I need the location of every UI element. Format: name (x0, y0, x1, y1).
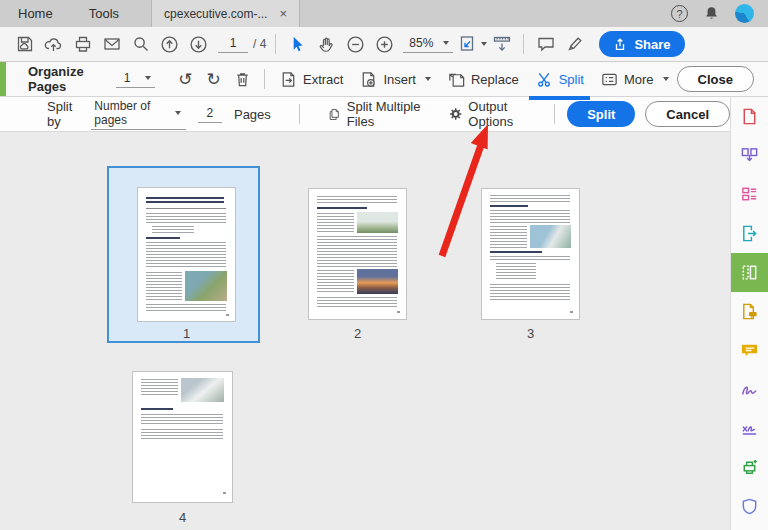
organize-pages-title: Organize Pages (28, 64, 84, 94)
page-number-label-3: 3 (482, 326, 579, 341)
page-up-icon (159, 34, 180, 55)
page-range-input[interactable]: 1 (116, 71, 156, 88)
chevron-down-icon (443, 41, 449, 45)
select-cursor-icon (288, 35, 307, 54)
comment-icon (740, 341, 759, 360)
tool-accent-bar (0, 62, 6, 96)
page-count-input[interactable]: 2 (198, 106, 222, 123)
chevron-down-icon (145, 76, 151, 80)
scissors-icon (535, 70, 554, 89)
main-toolbar: 1 / 4 85% (0, 27, 768, 62)
scroll-mode-icon (491, 34, 513, 54)
close-tab-icon[interactable]: × (279, 7, 287, 20)
sidebar-item-more-tools[interactable] (731, 526, 768, 530)
print-button[interactable] (68, 30, 97, 58)
insert-icon (359, 70, 378, 89)
organize-pages-bar: Organize Pages 1 ↺ ↻ Extract Insert Repl… (0, 62, 768, 97)
split-mode-select[interactable]: Number of pages (91, 99, 185, 130)
sidebar-item-fill-sign[interactable] (731, 370, 768, 409)
divider (299, 104, 300, 124)
multiple-files-icon (327, 105, 341, 124)
protect-icon (740, 497, 759, 516)
user-avatar[interactable] (735, 4, 754, 23)
trash-icon (233, 70, 252, 89)
save-button[interactable] (10, 30, 39, 58)
red-annotation-arrow (420, 116, 510, 266)
notifications-bell-icon[interactable] (703, 5, 720, 22)
replace-button[interactable]: Replace (439, 65, 527, 93)
comment-tool-button[interactable] (531, 30, 560, 58)
sidebar-item-create-pdf[interactable] (731, 97, 768, 136)
zoom-in-button[interactable] (370, 30, 399, 58)
split-tool-button[interactable]: Split (527, 65, 592, 93)
divider (523, 34, 524, 54)
extract-button[interactable]: Extract (271, 65, 351, 93)
thumbnail-grid: 1 2 3 (0, 132, 730, 530)
fit-width-button[interactable] (457, 30, 487, 58)
next-page-button[interactable] (184, 30, 213, 58)
upload-cloud-icon (43, 34, 64, 54)
cancel-button[interactable]: Cancel (645, 101, 730, 127)
highlighter-pen-icon (565, 34, 585, 54)
upload-cloud-button[interactable] (39, 30, 68, 58)
sidebar-item-edit-pdf[interactable] (731, 175, 768, 214)
page-thumbnail-1[interactable] (138, 188, 235, 321)
rotate-ccw-button[interactable]: ↺ (171, 69, 199, 90)
create-pdf-icon (740, 107, 759, 126)
sidebar-item-request-signatures[interactable] (731, 409, 768, 448)
more-button[interactable]: More (592, 65, 677, 93)
share-label: Share (634, 37, 670, 52)
sidebar-item-protect[interactable] (731, 487, 768, 526)
harbor-aerial-photo (530, 225, 571, 248)
page-thumbnail-2[interactable] (309, 189, 406, 319)
sidebar-item-print-production[interactable] (731, 448, 768, 487)
document-tab-title: cpexecutive.com-... (164, 7, 267, 21)
hand-tool-button[interactable] (312, 30, 341, 58)
site-aerial-photo (181, 378, 224, 402)
tab-home[interactable]: Home (0, 0, 71, 27)
page-total-label: / 4 (253, 37, 266, 51)
zoom-level-select[interactable]: 85% (403, 36, 453, 53)
page-display-button[interactable] (487, 30, 516, 58)
search-button[interactable] (126, 30, 155, 58)
comment-bubble-icon (536, 34, 556, 54)
page-number-label-1: 1 (138, 326, 235, 341)
tab-tools[interactable]: Tools (71, 0, 137, 27)
chevron-down-icon (663, 77, 669, 81)
search-icon (131, 34, 151, 54)
previous-page-button[interactable] (155, 30, 184, 58)
share-icon (613, 37, 627, 52)
page-thumbnail-4[interactable] (133, 372, 232, 502)
highlight-tool-button[interactable] (560, 30, 589, 58)
email-button[interactable] (97, 30, 126, 58)
split-confirm-button[interactable]: Split (567, 101, 635, 127)
rotate-cw-button[interactable]: ↻ (199, 69, 227, 90)
aerial-coast-photo (185, 271, 227, 301)
help-icon[interactable]: ? (671, 5, 688, 22)
split-multiple-files-button[interactable]: Split Multiple Files (318, 100, 434, 128)
sidebar-item-comment[interactable] (731, 331, 768, 370)
sidebar-item-export-pdf[interactable] (731, 214, 768, 253)
organize-pages-icon (740, 263, 759, 282)
sidebar-item-organize-pages[interactable] (731, 253, 768, 292)
save-icon (15, 34, 35, 54)
print-production-icon (740, 458, 759, 477)
page-number-input[interactable]: 1 (218, 36, 248, 53)
insert-button[interactable]: Insert (351, 65, 439, 93)
towers-render-photo (357, 212, 398, 233)
tab-document[interactable]: cpexecutive.com-... × (151, 0, 300, 27)
close-button[interactable]: Close (677, 66, 754, 92)
send-file-comment-icon (740, 302, 759, 321)
fit-width-icon (457, 34, 477, 54)
zoom-out-icon (345, 34, 366, 55)
select-tool-button[interactable] (283, 30, 312, 58)
zoom-out-button[interactable] (341, 30, 370, 58)
export-pdf-icon (740, 224, 759, 243)
share-button[interactable]: Share (599, 31, 684, 57)
sidebar-item-combine-files[interactable] (731, 136, 768, 175)
delete-pages-button[interactable] (228, 65, 257, 93)
tab-bar: Home Tools cpexecutive.com-... × ? (0, 0, 768, 27)
fill-sign-icon (740, 380, 759, 399)
email-icon (102, 34, 122, 54)
sidebar-item-send-file-comments[interactable] (731, 292, 768, 331)
